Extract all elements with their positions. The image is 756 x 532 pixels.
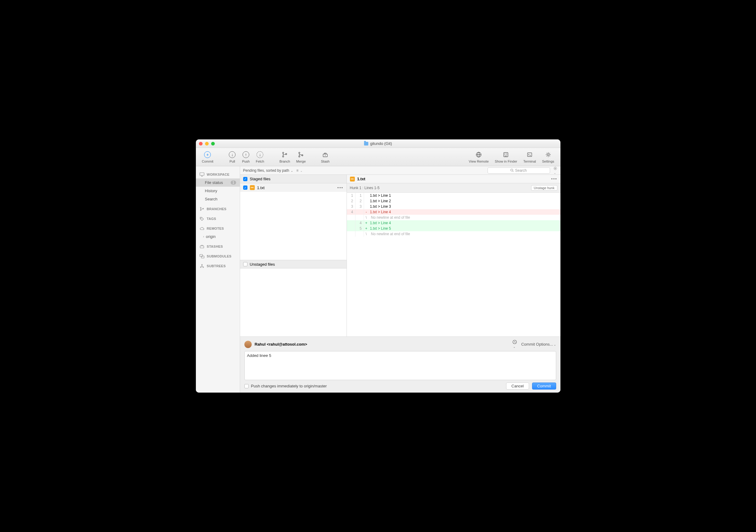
diff-line[interactable]: 4-1.txt > Line 4 [347,209,560,215]
pull-toolbar-button[interactable]: ↓ Pull [226,150,239,164]
main-area: Pending files, sorted by path ⌄ ≡ ⌄ Sear… [240,166,560,393]
svg-point-4 [299,156,300,157]
unstage-hunk-button[interactable]: Unstage hunk [531,185,557,191]
settings-dropdown[interactable]: ⌄ [553,166,557,175]
unstaged-checkbox[interactable] [243,262,247,266]
pending-files-dropdown[interactable]: Pending files, sorted by path ⌄ [243,168,293,173]
sidebar-section-workspace[interactable]: WORKSPACE [196,171,240,178]
sidebar: WORKSPACE File status 1 History Search B… [196,166,240,393]
modified-file-icon: ••• [350,177,355,181]
svg-point-11 [507,154,507,154]
svg-point-1 [283,156,284,157]
branch-toolbar-button[interactable]: Branch [276,150,293,164]
commit-bottom-row: Push changes immediately to origin/maste… [244,383,556,389]
diff-line[interactable]: 22 1.txt > Line 2 [347,198,560,204]
branch-icon [281,151,288,158]
file-name: 1.txt [257,185,265,190]
amend-history-button[interactable]: ⌄ [513,340,517,349]
filter-bar: Pending files, sorted by path ⌄ ≡ ⌄ Sear… [240,166,560,175]
diff-lines: 11 1.txt > Line 122 1.txt > Line 233 1.t… [347,193,560,237]
svg-point-22 [202,264,202,265]
sidebar-section-subtrees[interactable]: SUBTREES [196,262,240,270]
commit-message-input[interactable]: Added linee 5 [244,351,556,380]
avatar [244,341,252,348]
diff-actions-button[interactable]: ••• [551,177,557,181]
svg-point-3 [299,152,300,153]
staged-checkbox[interactable]: ✓ [243,177,247,181]
diff-line[interactable]: 4+1.txt > Line 4 [347,220,560,226]
terminal-icon [526,151,533,158]
sidebar-section-remotes[interactable]: REMOTES [196,225,240,232]
diff-line[interactable]: 33 1.txt > Line 3 [347,204,560,209]
push-toolbar-button[interactable]: ↑ Push [239,150,253,164]
sidebar-item-file-status[interactable]: File status 1 [196,178,240,187]
svg-point-18 [201,218,202,218]
file-list-pane: ✓ Staged files ✓ ••• 1.txt ••• Unstaged … [240,175,347,336]
diff-line[interactable]: \ No newline at end of file [347,231,560,237]
svg-point-15 [200,207,201,208]
diff-line[interactable]: 5+1.txt > Line 5 [347,226,560,231]
close-window-button[interactable] [199,142,202,146]
stashes-icon [200,244,204,249]
zoom-window-button[interactable] [211,142,215,146]
diff-pane: ••• 1.txt ••• Hunk 1 : Lines 1-5 Unstage… [347,175,560,336]
file-actions-button[interactable]: ••• [338,185,343,190]
folder-icon [364,142,368,146]
file-checkbox[interactable]: ✓ [243,185,247,190]
cloud-icon [200,226,204,231]
fetch-toolbar-button[interactable]: ↓ Fetch [253,150,267,164]
commit-author: Rahul <rahul@attosol.com> [255,342,307,347]
cancel-button[interactable]: Cancel [506,383,529,389]
modified-file-icon: ••• [250,185,255,190]
window-title: gitundo (Git) [364,141,392,146]
sidebar-section-submodules[interactable]: SUBMODULES [196,252,240,260]
commit-icon: + [204,151,211,158]
submodules-icon [200,254,204,258]
diff-line[interactable]: \ No newline at end of file [347,215,560,220]
sidebar-section-stashes[interactable]: STASHES [196,243,240,251]
search-input[interactable]: Search [488,168,550,173]
svg-point-26 [554,168,556,169]
sidebar-section-tags[interactable]: TAGS [196,215,240,223]
show-in-finder-toolbar-button[interactable]: Show in Finder [492,150,520,164]
staged-files-header: ✓ Staged files [240,175,347,183]
merge-toolbar-button[interactable]: Merge [293,150,309,164]
diff-line[interactable]: 11 1.txt > Line 1 [347,193,560,198]
sidebar-section-branches[interactable]: BRANCHES [196,205,240,213]
svg-point-10 [505,154,505,154]
push-immediately-checkbox[interactable] [244,384,249,388]
svg-point-23 [200,267,201,268]
fetch-icon: ↓ [256,151,264,158]
diff-file-header: ••• 1.txt ••• [347,175,560,183]
commit-button[interactable]: Commit [532,383,556,389]
svg-point-13 [547,154,549,156]
svg-point-16 [200,210,201,211]
minimize-window-button[interactable] [205,142,209,146]
monitor-icon [200,173,204,177]
staged-file-row[interactable]: ✓ ••• 1.txt ••• [240,183,347,192]
toolbar: + Commit ↓ Pull ↑ Push ↓ Fetch Branch Me [196,148,560,166]
settings-toolbar-button[interactable]: Settings [539,150,557,164]
commit-toolbar-button[interactable]: + Commit [199,150,217,164]
view-mode-dropdown[interactable]: ≡ ⌄ [296,168,302,173]
sidebar-item-search[interactable]: Search [196,195,240,203]
subtrees-icon [200,264,204,268]
commit-options-dropdown[interactable]: Commit Options...⌄ [521,342,556,347]
push-immediately-label: Push changes immediately to origin/maste… [251,384,327,388]
sidebar-item-history[interactable]: History [196,187,240,195]
svg-point-24 [202,267,203,268]
sidebar-item-origin[interactable]: › origin [196,232,240,241]
svg-rect-14 [200,173,204,175]
body: WORKSPACE File status 1 History Search B… [196,166,560,393]
tag-icon [200,217,204,221]
stash-toolbar-button[interactable]: Stash [318,150,333,164]
view-remote-toolbar-button[interactable]: View Remote [466,150,492,164]
svg-point-25 [511,169,513,171]
gear-icon [553,166,557,171]
push-icon: ↑ [242,151,250,158]
terminal-toolbar-button[interactable]: Terminal [520,150,539,164]
svg-rect-12 [527,153,532,156]
gear-icon [545,151,552,158]
diff-filename: 1.txt [357,177,365,181]
unstaged-files-header: Unstaged files [240,260,347,268]
